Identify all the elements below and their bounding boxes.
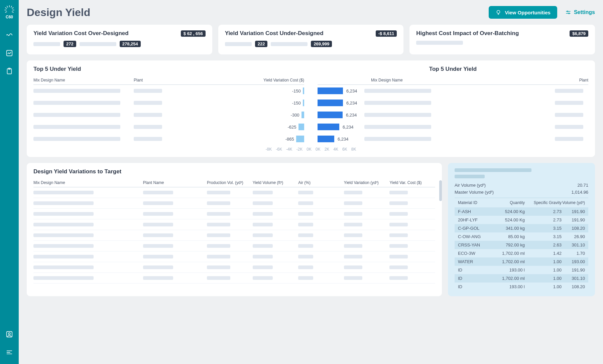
- bar: [318, 136, 334, 142]
- skeleton: [555, 137, 583, 141]
- skeleton: [253, 244, 273, 248]
- mat-qty: 792.00 kg: [491, 242, 525, 247]
- chart-title: Top 5 Under Yield: [318, 66, 588, 72]
- chart-icon[interactable]: [6, 49, 13, 57]
- mat-id: C-OW-ANG: [458, 234, 491, 239]
- variations-table-panel: Design Yield Variations to Target Mix De…: [27, 163, 442, 296]
- bar: [298, 124, 305, 130]
- bar: [318, 112, 343, 118]
- material-row[interactable]: CRSS-YAN 792.00 kg 2.63 301.10: [455, 241, 588, 249]
- table-row[interactable]: [33, 241, 435, 251]
- mat-sg: 1.00: [525, 276, 562, 281]
- skeleton: [253, 223, 273, 226]
- skeleton: [134, 125, 162, 129]
- detail-value: 1,014.96: [571, 190, 588, 195]
- skeleton: [33, 113, 120, 117]
- mat-vol: 108.20: [562, 226, 585, 231]
- chart-row: -150: [33, 85, 304, 97]
- material-row[interactable]: C-OW-ANG 85.00 kg 3.15 26.90: [455, 232, 588, 241]
- bar-value: -150: [286, 101, 301, 106]
- table-row[interactable]: [33, 209, 435, 219]
- axis-tick: 8K: [351, 147, 356, 152]
- axis-tick: 6K: [342, 147, 347, 152]
- skeleton: [344, 244, 362, 248]
- skeleton: [364, 101, 431, 105]
- menu-collapse-icon[interactable]: [6, 349, 13, 356]
- mat-qty: 85.00 kg: [491, 234, 525, 239]
- bar: [303, 87, 304, 94]
- skeleton: [298, 201, 313, 205]
- svg-line-1: [7, 6, 8, 7]
- col-header: Mix Design Name: [371, 78, 562, 82]
- table-row[interactable]: [33, 230, 435, 241]
- table-row[interactable]: [33, 262, 435, 273]
- skeleton: [253, 191, 273, 194]
- skeleton: [389, 191, 408, 194]
- card-highest-cost: Highest Cost Impact of Over-Batching $6,…: [409, 25, 595, 54]
- sliders-icon: [565, 9, 571, 15]
- svg-point-21: [567, 11, 568, 12]
- skeleton: [253, 265, 273, 269]
- skeleton: [33, 137, 120, 141]
- table-row[interactable]: [33, 251, 435, 262]
- col-header: Yield Volume (ft³): [253, 180, 298, 185]
- material-row[interactable]: ID 1,702.00 ml 1.00 301.10: [455, 274, 588, 283]
- col-header: Yield Variation (yd³): [344, 180, 390, 185]
- material-row[interactable]: ID 193.00 l 1.00 191.90: [455, 266, 588, 274]
- skeleton: [33, 101, 120, 105]
- table-row[interactable]: [33, 219, 435, 230]
- skeleton: [298, 191, 313, 194]
- skeleton: [298, 233, 313, 237]
- axis-tick: 2K: [325, 147, 330, 152]
- skeleton: [207, 201, 230, 205]
- material-row[interactable]: 20HF-LYF 524.00 Kg 2.73 191.90: [455, 216, 588, 224]
- skeleton: [33, 276, 94, 280]
- sidebar: C60: [0, 0, 19, 364]
- material-row[interactable]: ID 193.00 l 1.00 108.20: [455, 283, 588, 291]
- card-title: Highest Cost Impact of Over-Batching: [416, 30, 519, 37]
- table-row[interactable]: [33, 273, 435, 284]
- svg-line-3: [5, 8, 7, 8]
- mat-vol: 191.90: [562, 217, 585, 222]
- col-header: Production Vol. (yd³): [207, 180, 253, 185]
- bar-value: -300: [285, 113, 299, 118]
- mat-id: C-GP-GOL: [458, 226, 491, 231]
- mat-vol: 1.70: [562, 251, 585, 256]
- chart-row: 6,234: [318, 133, 588, 145]
- skeleton: [298, 276, 313, 280]
- card-title: Yield Variation Cost Under-Designed: [225, 30, 324, 37]
- mat-id: ID: [458, 267, 491, 272]
- skeleton: [207, 223, 230, 226]
- skeleton: [364, 137, 431, 141]
- skeleton: [134, 113, 162, 117]
- scrollbar[interactable]: [439, 180, 442, 296]
- mat-sg: 1.00: [525, 267, 562, 272]
- table-row[interactable]: [33, 198, 435, 209]
- mat-sg: 3.15: [525, 226, 562, 231]
- skeleton: [143, 223, 173, 226]
- table-row[interactable]: [33, 187, 435, 198]
- mat-sg: 1.00: [525, 259, 562, 264]
- skeleton: [33, 212, 94, 216]
- mat-vol: 193.00: [562, 259, 585, 264]
- axis-tick: -4K: [286, 147, 292, 152]
- skeleton: [364, 113, 431, 117]
- profile-icon[interactable]: [6, 331, 13, 338]
- svg-line-7: [5, 12, 7, 12]
- material-row[interactable]: F-ASH 524.00 Kg 2.73 191.90: [455, 207, 588, 216]
- skeleton: [298, 223, 313, 226]
- mat-vol: 301.10: [562, 276, 585, 281]
- view-opportunities-button[interactable]: View Opportunities: [489, 6, 557, 19]
- clipboard-icon[interactable]: [6, 67, 13, 75]
- bar-value: 6,234: [346, 113, 361, 118]
- skeleton: [33, 89, 120, 93]
- material-row[interactable]: WATER 1,702.00 ml 1.00 193.00: [455, 257, 588, 266]
- material-row[interactable]: C-GP-GOL 341.00 kg 3.15 108.20: [455, 224, 588, 232]
- skeleton: [143, 233, 173, 237]
- bar-value: 6,234: [346, 88, 361, 94]
- settings-button[interactable]: Settings: [565, 9, 595, 15]
- brand-logo: C60: [4, 5, 14, 19]
- analytics-icon[interactable]: [6, 31, 13, 39]
- skeleton: [207, 276, 230, 280]
- material-row[interactable]: ECO-3W 1,702.00 ml 1.42 1.70: [455, 249, 588, 257]
